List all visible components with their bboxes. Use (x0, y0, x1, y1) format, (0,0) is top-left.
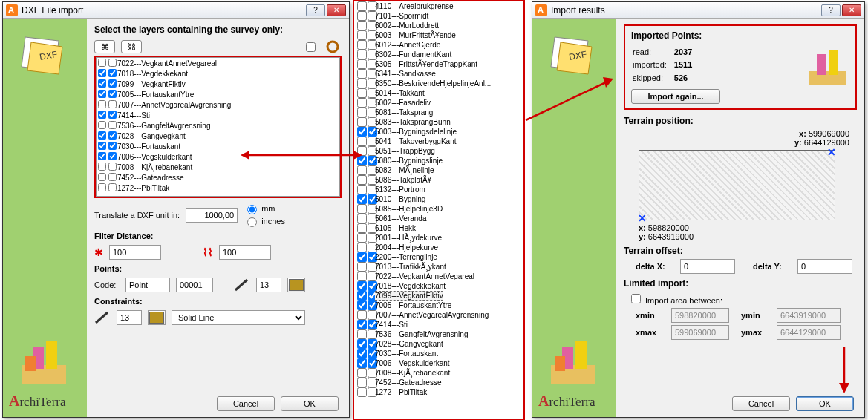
layer-row[interactable]: 7099---VegkantFiktiv (97, 79, 339, 89)
layer-cb2[interactable] (108, 173, 117, 181)
layer-row[interactable]: 7006---Vegskulderkant (354, 358, 523, 368)
layer-row[interactable]: 5132---Portrom (354, 185, 523, 194)
layer-cb2[interactable] (108, 59, 117, 67)
layer-row[interactable]: 6012---AnnetGjerde (354, 40, 523, 50)
layer-row[interactable]: 7099---VegkantFiktiv (354, 291, 523, 301)
layer-cb1[interactable] (98, 59, 106, 67)
filter1-input[interactable] (109, 245, 161, 260)
layer-cb2[interactable] (108, 152, 117, 160)
layer-row[interactable]: 7414---Sti (97, 110, 339, 120)
layer-row[interactable]: 7452---Gateadresse (354, 378, 523, 387)
layer-cb2[interactable] (108, 142, 117, 150)
layer-row[interactable]: 7414---Sti (354, 320, 523, 329)
layer-row[interactable]: 6302---FundamentKant (354, 50, 523, 59)
layer-row[interactable]: 7018---Vegdekkekant (97, 68, 339, 79)
layer-row[interactable]: 5041---TakoverbyggKant (354, 137, 523, 146)
layer-cb2[interactable] (108, 100, 117, 108)
layer-row[interactable]: 5082---MÃ¸nelinje (354, 165, 523, 175)
layer-row[interactable]: 6341---Sandkasse (354, 69, 523, 79)
layer-row[interactable]: 5014---Takkant (354, 88, 523, 98)
layer-cb1[interactable] (98, 183, 106, 191)
swatch-btn-2[interactable] (148, 310, 166, 325)
layer-row[interactable]: 7536---GangfeltAvgrensning (97, 120, 339, 131)
chain-icon-btn[interactable]: ⛓ (121, 40, 142, 53)
layer-row[interactable]: 7536---GangfeltAvgrensning (354, 329, 523, 339)
layer-row[interactable]: 7005---FortauskantYtre (97, 89, 339, 99)
layer-row[interactable]: 4110---Arealbrukgrense (354, 1, 523, 11)
layer-row[interactable]: 7006---Vegskulderkant (97, 151, 339, 162)
deltax-input[interactable] (680, 259, 735, 274)
ymin-input[interactable] (777, 308, 841, 323)
layer-row[interactable]: 7028---Gangvegkant (354, 339, 523, 349)
line-style-select[interactable]: Solid Line (172, 310, 305, 325)
layer-cb1[interactable] (98, 79, 106, 88)
cancel-button[interactable]: Cancel (217, 396, 275, 411)
layer-cb1[interactable] (98, 152, 106, 160)
pen-input[interactable] (256, 278, 281, 292)
layer-row[interactable]: 5083---TaksprangBunn (354, 117, 523, 127)
layer-cb1[interactable] (98, 69, 106, 77)
layer-row[interactable]: 7452---Gateadresse (97, 172, 339, 183)
titlebar[interactable]: Import results ? ✕ (532, 2, 864, 19)
layer-cb1[interactable] (98, 163, 106, 171)
layer-row[interactable]: 5081---Taksprang (354, 108, 523, 117)
layer-cb1[interactable] (98, 142, 106, 150)
layer-row[interactable]: 5003---Bygningsdelelinje (354, 127, 523, 137)
layer-row[interactable]: 7007---AnnetVegarealAvgrensning (354, 310, 523, 320)
layer-row[interactable]: 5080---Bygningslinje (354, 156, 523, 165)
cancel-button[interactable]: Cancel (732, 396, 790, 411)
code-num-input[interactable] (176, 278, 213, 292)
layer-row[interactable]: 1272---PblTiltak (97, 183, 339, 193)
gear-icon-btn[interactable] (324, 39, 342, 54)
layer-cb1[interactable] (98, 90, 106, 98)
layer-cb2[interactable] (108, 163, 117, 171)
layer-row[interactable]: 7008---KjÃ¸rebanekant (97, 162, 339, 172)
layer-row[interactable]: 2200---Terrenglinje (354, 252, 523, 262)
link-icon-btn[interactable]: ⌘ (94, 40, 115, 53)
deltay-input[interactable] (797, 259, 852, 274)
layer-row[interactable]: 7022---VegkantAnnetVegareal (354, 272, 523, 281)
layer-cb2[interactable] (108, 111, 117, 119)
layer-row[interactable]: 6003---MurFrittstÃ¥ende (354, 30, 523, 40)
cons-pen-input[interactable] (117, 310, 142, 325)
unit-inches-radio[interactable] (247, 217, 257, 227)
layer-row[interactable]: 6002---MurLoddrett (354, 21, 523, 30)
layer-cb2[interactable] (108, 131, 117, 140)
layer-row[interactable]: 6350---BeskrivendeHjelpelinjeAnl... (354, 79, 523, 88)
ymax-input[interactable] (777, 325, 841, 340)
layer-row[interactable]: 7028---Gangvegkant (97, 131, 339, 141)
swatch-btn[interactable] (287, 278, 305, 292)
layer-cb1[interactable] (98, 111, 106, 119)
layer-row[interactable]: 7101---Spormidt (354, 11, 523, 21)
layer-row[interactable]: 2004---Hjelpekurve (354, 243, 523, 252)
layer-cb2[interactable] (108, 79, 117, 88)
layer-row[interactable]: 7022---VegkantAnnetVegareal (97, 58, 339, 68)
layer-row[interactable]: 5010---Bygning (354, 194, 523, 204)
layer-row[interactable]: 7007---AnnetVegarealAvgrensning (97, 99, 339, 110)
xmin-input[interactable] (671, 308, 729, 323)
toggle-checkbox[interactable] (306, 42, 316, 52)
import-again-button[interactable]: Import again... (631, 89, 720, 104)
unit-mm-radio[interactable] (247, 205, 257, 214)
layer-cb1[interactable] (98, 131, 106, 140)
filter2-input[interactable] (219, 245, 271, 260)
layer-row[interactable]: 5085---Hjelpelinje3D (354, 204, 523, 214)
layer-cb2[interactable] (108, 90, 117, 98)
layer-cb2[interactable] (108, 183, 117, 191)
layer-cb2[interactable] (108, 69, 117, 77)
xmax-input[interactable] (671, 325, 729, 340)
layer-row[interactable]: 6305---FrittstÃ¥endeTrappKant (354, 59, 523, 69)
ok-button[interactable]: OK (796, 396, 854, 411)
close-button[interactable]: ✕ (327, 4, 346, 16)
area-between-check[interactable]: Import area between: (628, 296, 722, 305)
layer-list[interactable]: 7022---VegkantAnnetVegareal7018---Vegdek… (96, 57, 340, 197)
help-button[interactable]: ? (306, 4, 325, 16)
layer-row[interactable]: 7018---Vegdekkekant (354, 281, 523, 291)
layer-row[interactable]: 5086---TakplatÃ¥ (354, 175, 523, 185)
layer-row[interactable]: 7030---Fortauskant (97, 141, 339, 151)
layer-row[interactable]: 5061---Veranda (354, 214, 523, 223)
layer-row[interactable]: 7005---FortauskantYtre (354, 301, 523, 310)
code-input[interactable] (125, 278, 170, 292)
layer-cb2[interactable] (108, 121, 117, 129)
layer-row[interactable]: 5051---TrappBygg (354, 146, 523, 156)
